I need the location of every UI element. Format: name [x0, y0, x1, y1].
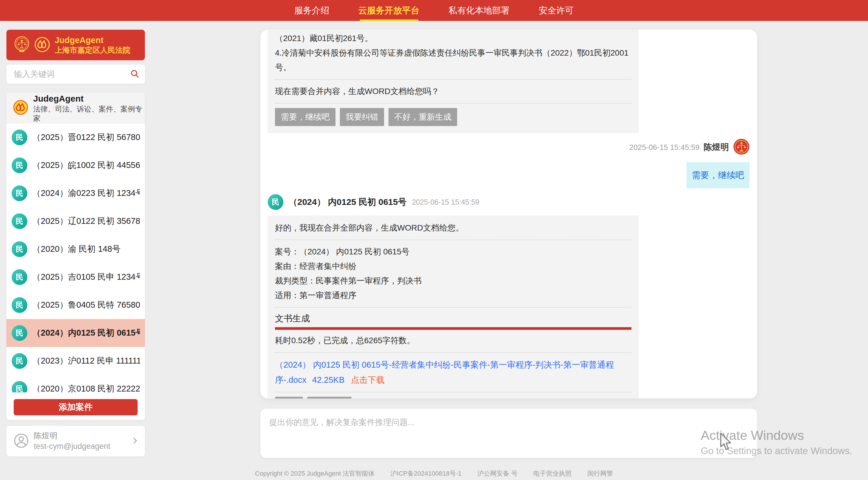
assistant-logo-icon	[13, 99, 29, 116]
divider	[275, 103, 631, 103]
top-navbar: 服务介绍 云服务开放平台 私有化本地部署 安全许可	[0, 0, 868, 21]
brand-subtitle: 上海市嘉定区人民法院	[55, 46, 130, 55]
case-type-badge: 民	[12, 185, 27, 201]
message-intro: 好的，我现在合并全部内容，生成WORD文档给您。	[275, 221, 631, 235]
action-continue-button[interactable]: 需要，继续吧	[275, 108, 336, 126]
search-box	[6, 65, 145, 84]
case-row[interactable]: 民 （2025）鲁0405 民特 76580号	[6, 291, 145, 319]
user-name: 陈煜明	[34, 431, 126, 441]
case-type-badge: 民	[12, 381, 27, 392]
case-label: （2024）内0125 民初 0615号	[32, 327, 140, 339]
judgeagent-logo-icon	[34, 37, 50, 54]
nav-item-private-deploy[interactable]: 私有化本地部署	[448, 3, 510, 18]
assistant-name: JudegAgent	[33, 93, 145, 104]
case-type-badge: 民	[12, 129, 27, 145]
case-field: 案由：经营者集中纠纷	[275, 259, 631, 274]
case-label: （2025）吉0105 民申 1234号	[32, 271, 140, 283]
case-row[interactable]: 民 （2025）辽0122 民初 35678号	[6, 207, 145, 235]
action-good-button[interactable]: 很好	[275, 397, 303, 398]
page-footer: Copyright © 2025 JudgeAgent 法官智能体 沪ICP备2…	[0, 469, 868, 478]
chat-panel: （2021）藏01民初261号。 4.冷清菊中安科股份有限公司等证券虚假陈述责任…	[260, 30, 757, 398]
assistant-intro: JudegAgent 法律、司法、诉讼、案件、案例专家	[6, 93, 145, 123]
case-label: （2020）渝 民初 148号	[32, 243, 121, 255]
app-screen: 服务介绍 云服务开放平台 私有化本地部署 安全许可	[0, 0, 868, 480]
message-timestamp: 2025-06-15 15:45:59	[412, 198, 479, 206]
nav-item-service-intro[interactable]: 服务介绍	[294, 3, 330, 18]
action-regenerate-button[interactable]: 重新生成	[307, 397, 351, 398]
brand-card: JudgeAgent 上海市嘉定区人民法院	[6, 30, 145, 60]
case-list-panel: JudegAgent 法律、司法、诉讼、案件、案例专家 民 （2025）晋012…	[6, 93, 145, 420]
user-avatar-icon	[13, 433, 29, 450]
message-line: 4.冷清菊中安科股份有限公司等证券虚假陈述责任纠纷民事一审民事判决书（2022）…	[275, 46, 631, 75]
case-type-badge: 民	[268, 194, 283, 210]
divider	[275, 240, 631, 240]
case-type-badge: 民	[12, 325, 27, 341]
message-line: （2021）藏01民初261号。	[275, 31, 631, 46]
quick-actions: 很好 重新生成	[275, 397, 631, 398]
case-label: （2025）皖1002 民初 44556号	[32, 159, 140, 171]
download-link[interactable]: 点击下载	[351, 375, 385, 385]
user-reply-timestamp: 2025-06-15 15:45:59	[629, 143, 700, 152]
composer-panel	[260, 409, 757, 458]
case-row[interactable]: 民 （2023）沪0112 民申 111111号	[6, 347, 145, 375]
search-input[interactable]	[13, 69, 130, 79]
divider	[275, 352, 631, 353]
case-field: 裁判类型：民事案件第一审程序，判决书	[275, 274, 631, 288]
section-title: 文书生成	[275, 312, 631, 325]
user-reply-meta: 2025-06-15 15:45:59 陈煜明	[629, 139, 750, 156]
case-type-badge: 民	[12, 213, 27, 229]
section-rule	[275, 327, 631, 330]
case-label: （2024）渝0223 民初 1234号	[32, 187, 140, 199]
divider	[275, 392, 631, 392]
case-row[interactable]: 民 （2025）晋0122 民初 56780号	[6, 123, 145, 151]
case-label: （2025）辽0122 民初 35678号	[32, 215, 140, 227]
action-correct-button[interactable]: 我要纠错	[340, 108, 384, 126]
brand-title: JudgeAgent	[55, 35, 130, 46]
case-type-badge: 民	[12, 269, 27, 285]
case-list: 民 （2025）晋0122 民初 56780号 民 （2025）皖1002 民初…	[6, 123, 145, 392]
assistant-message-2-header: 民 （2024） 内0125 民初 0615号 2025-06-15 15:45…	[268, 194, 479, 210]
footer-police[interactable]: 沪公网安备 号	[477, 470, 517, 477]
divider	[275, 79, 631, 80]
footer-business-license[interactable]: 电子营业执照	[533, 470, 572, 477]
assistant-message-1: （2021）藏01民初261号。 4.冷清菊中安科股份有限公司等证券虚假陈述责任…	[268, 30, 639, 133]
composer-input[interactable]	[260, 409, 757, 458]
generation-status: 耗时0.52秒，已完成，总6265字符数。	[275, 333, 631, 348]
add-case-button[interactable]: 添加案件	[14, 399, 137, 415]
case-label: （2020）京0108 民初 222222222…	[32, 383, 140, 392]
case-type-badge: 民	[12, 297, 27, 313]
user-emblem-avatar	[733, 138, 750, 156]
user-email: test-cym@judgeagent	[34, 441, 126, 451]
footer-copyright: Copyright © 2025 JudgeAgent 法官智能体	[255, 470, 374, 477]
case-type-badge: 民	[12, 157, 27, 173]
file-line: （2024） 内0125 民初 0615号-经营者集中纠纷-民事案件-第一审程序…	[275, 357, 631, 387]
search-icon[interactable]	[130, 69, 140, 80]
footer-icp[interactable]: 沪ICP备2024100818号-1	[391, 470, 462, 477]
assistant-message-2: 好的，我现在合并全部内容，生成WORD文档给您。 案号：（2024） 内0125…	[268, 215, 639, 398]
assistant-tagline: 法律、司法、诉讼、案件、案例专家	[33, 104, 145, 123]
case-type-badge: 民	[12, 241, 27, 257]
case-type-badge: 民	[12, 353, 27, 369]
case-field: 适用：第一审普通程序	[275, 288, 631, 303]
case-label: （2025）晋0122 民初 56780号	[32, 131, 140, 143]
nav-item-cloud-platform[interactable]: 云服务开放平台	[358, 3, 420, 18]
user-reply-name: 陈煜明	[704, 142, 729, 153]
case-label: （2025）鲁0405 民特 76580号	[32, 299, 140, 311]
message-question: 现在需要合并内容，生成WORD文档给您吗？	[275, 84, 631, 99]
case-row[interactable]: 民 （2024）渝0223 民初 1234号	[6, 179, 145, 207]
divider	[275, 307, 631, 308]
case-label: （2023）沪0112 民申 111111号	[32, 355, 140, 367]
footer-cyber-police[interactable]: 闵行网警	[588, 470, 613, 477]
case-row[interactable]: 民 （2025）吉0105 民申 1234号	[6, 263, 145, 291]
user-reply-bubble: 需要，继续吧	[686, 162, 750, 188]
case-row[interactable]: 民 （2020）京0108 民初 222222222…	[6, 375, 145, 392]
action-regenerate-button[interactable]: 不好，重新生成	[389, 108, 457, 126]
case-field: 案号：（2024） 内0125 民初 0615号	[275, 244, 631, 259]
case-row[interactable]: 民 （2020）渝 民初 148号	[6, 235, 145, 263]
message-case-number: （2024） 内0125 民初 0615号	[289, 196, 406, 208]
nav-item-security-license[interactable]: 安全许可	[538, 3, 575, 18]
case-row-selected[interactable]: 民 （2024）内0125 民初 0615号	[6, 319, 145, 347]
sidebar-user-card[interactable]: 陈煜明 test-cym@judgeagent	[6, 426, 145, 456]
file-size: 42.25KB	[312, 375, 344, 385]
case-row[interactable]: 民 （2025）皖1002 民初 44556号	[6, 151, 145, 179]
